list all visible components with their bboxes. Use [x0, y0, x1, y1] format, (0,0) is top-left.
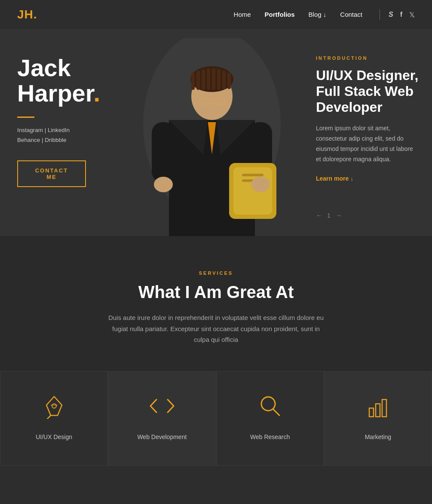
nav-item-portfolios[interactable]: Portfolios: [265, 11, 295, 18]
svg-point-25: [154, 177, 173, 192]
svg-rect-9: [196, 71, 200, 90]
contact-me-button[interactable]: CONTACT ME: [17, 160, 86, 187]
logo[interactable]: JH.: [17, 8, 37, 22]
service-cards: UI/UX Design Web Development: [0, 371, 432, 466]
svg-rect-13: [217, 69, 221, 90]
nav-item-home[interactable]: Home: [234, 11, 251, 18]
service-name-webdev: Web Development: [137, 433, 187, 440]
service-name-marketing: Marketing: [365, 433, 391, 440]
services-label: SERVICES: [17, 270, 415, 276]
search-icon: [257, 393, 283, 421]
logo-initials: JH: [17, 8, 34, 21]
hero-divider: [17, 117, 34, 118]
hero-pagination: ← 1 →: [316, 195, 419, 219]
hero-name: Jack Harper.: [17, 55, 103, 106]
navbar: JH. Home Portfolios Blog ↓ Contact S f 𝕏: [0, 0, 432, 30]
hero-social-line1: Instagram | LinkedIn: [17, 126, 103, 135]
nav-right: Home Portfolios Blog ↓ Contact S f 𝕏: [234, 9, 415, 20]
hero-image-area: [120, 30, 303, 236]
facebook-icon[interactable]: f: [400, 11, 402, 18]
nav-item-contact[interactable]: Contact: [340, 11, 362, 18]
hero-description: Lorem ipsum dolor sit amet, consectetur …: [316, 123, 419, 164]
svg-rect-23: [242, 174, 263, 176]
hero-name-line2: Harper: [17, 80, 93, 107]
hero-name-dot: .: [93, 80, 100, 107]
hero-section: Jack Harper. Instagram | LinkedIn Behanc…: [0, 30, 432, 236]
bar-chart-icon: [365, 393, 391, 421]
code-icon: [147, 393, 177, 421]
service-name-research: Web Research: [250, 433, 290, 440]
svg-line-32: [273, 409, 279, 415]
nav-link-contact[interactable]: Contact: [340, 11, 362, 18]
services-description: Duis aute irure dolor in reprehenderit i…: [104, 312, 328, 345]
nav-links: Home Portfolios Blog ↓ Contact: [234, 11, 362, 18]
service-card-uiux[interactable]: UI/UX Design: [0, 371, 108, 466]
next-arrow[interactable]: →: [336, 212, 342, 219]
svg-rect-15: [227, 73, 231, 89]
nav-social-facebook[interactable]: f: [400, 11, 402, 19]
nav-social-twitter[interactable]: 𝕏: [409, 11, 415, 19]
nav-link-portfolios[interactable]: Portfolios: [265, 11, 295, 18]
nav-link-blog[interactable]: Blog ↓: [309, 11, 327, 18]
svg-rect-33: [369, 408, 374, 417]
nav-divider: [380, 9, 380, 20]
svg-rect-10: [202, 69, 205, 90]
twitter-icon[interactable]: 𝕏: [409, 11, 415, 18]
nav-social: S f 𝕏: [389, 11, 415, 19]
hero-right: INTRODUCTION UI/UX Designer, Full Stack …: [303, 30, 432, 236]
services-section: SERVICES What I Am Great At Duis aute ir…: [0, 236, 432, 466]
hero-intro-label: INTRODUCTION: [316, 55, 419, 61]
svg-point-29: [52, 404, 56, 408]
nav-social-skype[interactable]: S: [389, 11, 393, 19]
nav-item-blog[interactable]: Blog ↓: [309, 11, 327, 18]
pen-tool-icon: [41, 393, 67, 421]
services-title: What I Am Great At: [17, 283, 415, 302]
hero-person-illustration: [139, 38, 285, 236]
svg-rect-12: [212, 68, 215, 90]
service-card-research[interactable]: Web Research: [216, 371, 324, 466]
svg-point-26: [251, 177, 270, 192]
svg-rect-19: [152, 122, 175, 182]
service-name-uiux: UI/UX Design: [36, 433, 72, 440]
service-card-webdev[interactable]: Web Development: [108, 371, 216, 466]
svg-rect-14: [222, 71, 226, 89]
hero-name-line1: Jack: [17, 54, 71, 81]
svg-marker-27: [46, 396, 62, 415]
svg-rect-35: [382, 400, 386, 417]
service-card-marketing[interactable]: Marketing: [324, 371, 432, 466]
hero-title: UI/UX Designer, Full Stack Web Developer: [316, 68, 419, 115]
skype-icon[interactable]: S: [389, 11, 393, 18]
learn-more-link[interactable]: Learn more: [316, 175, 419, 182]
prev-arrow[interactable]: ←: [316, 212, 322, 219]
svg-rect-8: [191, 73, 195, 90]
hero-left: Jack Harper. Instagram | LinkedIn Behanc…: [0, 30, 120, 236]
hero-social-links: Instagram | LinkedIn Behance | Dribbble: [17, 126, 103, 145]
logo-dot: .: [34, 8, 37, 21]
svg-line-28: [46, 415, 51, 419]
pagination-number: 1: [327, 212, 331, 219]
nav-link-home[interactable]: Home: [234, 11, 251, 18]
svg-rect-11: [207, 68, 210, 90]
hero-social-line2: Behance | Dribbble: [17, 135, 103, 145]
svg-rect-34: [376, 404, 380, 417]
